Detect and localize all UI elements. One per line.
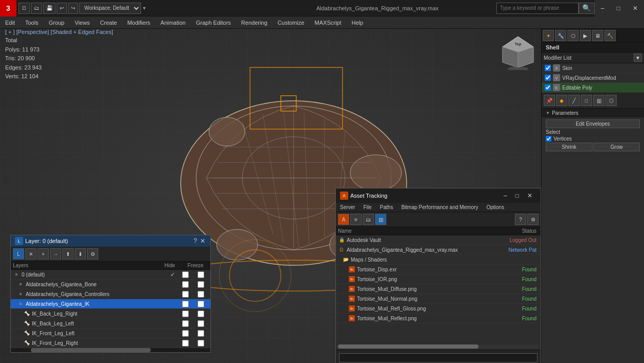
asset-menu-server[interactable]: Server [336,203,359,212]
shrink-button[interactable]: Shrink [546,143,593,151]
layer-hide-cb-bone[interactable] [182,281,189,288]
layer-hide-cb-ik-front-left[interactable] [182,330,189,337]
menu-customize[interactable]: Customize [273,16,310,29]
asset-btn-1[interactable]: A [338,214,349,225]
undo-button[interactable]: ↩ [57,3,67,14]
menu-edit[interactable]: Edit [0,16,20,29]
edit-envelopes-button[interactable]: Edit Envelopes [546,119,640,128]
asset-btn-4[interactable]: ▥ [375,214,386,225]
menu-rendering[interactable]: Rendering [236,16,273,29]
file-save-button[interactable]: 💾 [43,3,56,14]
asset-row-diffuse[interactable]: fn Tortoise_Mud_Diffuse.png Found [336,284,541,294]
layer-freeze-bone[interactable] [193,281,208,288]
layer-freeze-ik-front-left[interactable] [193,330,208,337]
modify-tab[interactable]: 🔧 [555,30,566,41]
asset-row-maps-folder[interactable]: 📂 Maps / Shaders [336,255,541,265]
viewport-cube[interactable]: Top [500,34,536,70]
search-button[interactable]: 🔍 [579,3,595,14]
layer-freeze-cb-ik-back-left[interactable] [198,320,204,327]
asset-menu-options[interactable]: Options [482,203,508,212]
create-tab[interactable]: ✦ [543,30,554,41]
motion-tab[interactable]: ▶ [580,30,591,41]
menu-help[interactable]: Help [347,16,369,29]
layer-hide-default[interactable] [177,271,193,278]
maximize-button[interactable]: □ [611,0,627,16]
layer-delete-btn[interactable]: ✕ [25,248,37,260]
layer-freeze-ik[interactable] [193,301,208,307]
layer-hide-cb-default[interactable] [182,271,189,278]
vertices-checkbox[interactable] [546,136,551,142]
asset-path-input[interactable] [339,353,538,362]
layer-hide-ik[interactable] [177,301,193,307]
asset-minimize-button[interactable]: – [499,190,511,201]
layer-add-btn[interactable]: + [38,248,49,260]
asset-row-refl-gloss[interactable]: fn Tortoise_Mud_Refl_Gloss.png Found [336,304,541,314]
menu-views[interactable]: Views [69,16,95,29]
asset-row-normal[interactable]: fn Tortoise_Mud_Normal.png Found [336,294,541,304]
utilities-tab[interactable]: 🔨 [604,30,616,41]
layer-freeze-default[interactable] [193,271,208,278]
layer-close-button[interactable]: ✕ [199,237,206,245]
border-button[interactable]: □ [581,95,592,106]
element-button[interactable]: ⬡ [605,95,617,106]
layer-icon-btn[interactable]: L [13,248,24,260]
asset-menu-paths[interactable]: Paths [376,203,398,212]
asset-settings-btn[interactable]: ⚙ [527,214,539,225]
layer-hide-ik-back-right[interactable] [177,310,193,317]
layer-hide-cb-ik-back-right[interactable] [182,310,189,317]
layer-hide-cb-controllers[interactable] [182,291,189,298]
poly-button[interactable]: ▥ [593,95,604,106]
layer-freeze-cb-controllers[interactable] [198,291,204,298]
layer-row-ik-front-left[interactable]: 🦴 IK_Front_Leg_Left [11,329,210,338]
asset-menu-bitmap[interactable]: Bitmap Performance and Memory [397,203,482,212]
menu-group[interactable]: Group [44,16,70,29]
asset-row-max-file[interactable]: 🗋 Aldabrachelys_Gigantea_Rigged_max_vray… [336,245,541,255]
menu-graph-editors[interactable]: Graph Editors [191,16,236,29]
asset-row-reflect[interactable]: fn Tortoise_Mud_Reflect.png Found [336,314,541,323]
layer-hide-bone[interactable] [177,281,193,288]
layer-freeze-cb-default[interactable] [198,271,204,278]
asset-btn-3[interactable]: 🗂 [363,214,374,225]
layer-freeze-controllers[interactable] [193,291,208,298]
layer-hide-ik-front-left[interactable] [177,330,193,337]
asset-row-disp[interactable]: fn Tortoise_Disp.exr Found [336,265,541,274]
layer-hide-ik-front-right[interactable] [177,340,193,347]
workspace-dropdown[interactable]: Workspace: Default [79,3,141,14]
layer-prop-btn[interactable]: ⚙ [87,248,98,260]
asset-btn-2[interactable]: ≡ [350,214,362,225]
asset-help-btn[interactable]: ? [515,214,526,225]
layer-row-ik[interactable]: ≡ Aldabrachelys_Gigantea_IK [11,299,210,309]
grow-button[interactable]: Grow [594,143,640,151]
layer-hide-cb-ik-back-left[interactable] [182,320,189,327]
layer-freeze-ik-front-right[interactable] [193,340,208,347]
minimize-button[interactable]: – [595,0,611,16]
layer-row-bone[interactable]: ≡ Aldabrachelys_Gigantea_Bone [11,280,210,289]
menu-modifiers[interactable]: Modifiers [122,16,155,29]
display-tab[interactable]: 🖥 [592,30,603,41]
edge-button[interactable]: ╱ [568,95,580,106]
menu-create[interactable]: Create [95,16,122,29]
layer-freeze-cb-ik-front-left[interactable] [198,330,204,337]
layer-row-ik-front-right[interactable]: 🦴 IK_Front_Leg_Right [11,338,210,348]
modifier-item-skin[interactable]: S Skin [542,63,644,73]
layer-sort-btn[interactable]: ⬇ [75,248,86,260]
layer-freeze-cb-ik-back-right[interactable] [198,310,204,317]
layer-freeze-ik-back-left[interactable] [193,320,208,327]
modifier-item-vray[interactable]: V VRayDisplacementMod [542,73,644,83]
menu-animation[interactable]: Animation [155,16,191,29]
layer-freeze-cb-ik[interactable] [198,301,204,307]
asset-close-button[interactable]: ✕ [523,190,536,201]
menu-tools[interactable]: Tools [20,16,44,29]
modifier-item-editable-poly[interactable]: E Editable Poly [542,83,644,93]
layer-scrollbar[interactable] [11,348,210,352]
layer-help-button[interactable]: ? [192,237,198,245]
file-open-button[interactable]: 🗂 [31,3,42,14]
layer-freeze-cb-ik-front-right[interactable] [198,340,204,347]
modifier-vray-checkbox[interactable] [545,75,551,81]
pin-button[interactable]: 📌 [544,95,555,106]
layer-freeze-cb-bone[interactable] [198,281,204,288]
layer-select-btn[interactable]: → [50,248,61,260]
redo-button[interactable]: ↪ [68,3,78,14]
file-new-button[interactable]: 🗋 [19,3,30,14]
modifier-list-dropdown[interactable]: ▼ [634,54,642,62]
